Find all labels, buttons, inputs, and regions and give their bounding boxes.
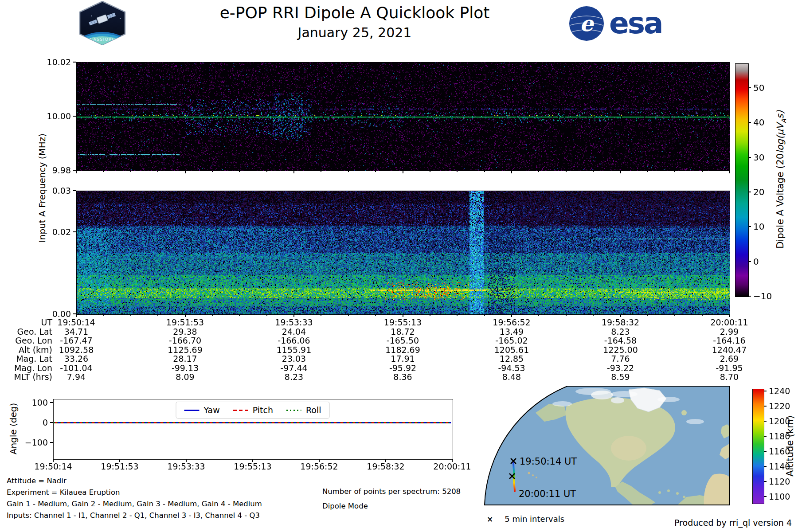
x-tick-mark	[130, 171, 131, 172]
x-tick-mark	[484, 171, 485, 172]
ephemeris-cell: -166.70	[169, 336, 201, 345]
ephemeris-cell: 1125.69	[168, 345, 203, 355]
altitude-tick-mark	[764, 391, 767, 391]
y-tick-mark	[73, 62, 76, 63]
angle-y-tick-mark	[50, 442, 53, 443]
altitude-tick-mark	[764, 496, 767, 497]
ephemeris-cell: 24.04	[282, 327, 306, 336]
x-tick-mark	[185, 171, 186, 173]
ephemeris-cell: -99.13	[172, 363, 199, 373]
x-tick-mark	[538, 314, 539, 316]
legend-label: Roll	[306, 405, 321, 415]
ephemeris-cell: 8.23	[285, 372, 303, 382]
x-tick-mark	[403, 171, 403, 173]
angle-x-tick-label: 19:51:53	[101, 462, 138, 471]
ephemeris-row-label: Alt (km)	[19, 345, 52, 355]
ephemeris-cell: 1225.00	[603, 345, 638, 355]
ephemeris-cell: 2.69	[720, 354, 739, 364]
y-tick-mark	[73, 231, 76, 232]
x-tick-mark	[674, 314, 675, 316]
x-tick-mark	[593, 171, 594, 172]
legend-line-sample	[233, 410, 248, 411]
x-tick-mark	[103, 314, 104, 316]
colorbar-tick-mark	[748, 122, 751, 123]
legend-item-roll: Roll	[286, 405, 321, 415]
altitude-tick-mark	[764, 436, 767, 437]
x-tick-mark	[674, 171, 675, 172]
ephemeris-cell: 8.48	[502, 372, 521, 382]
ephemeris-row-label: Mag. Lat	[16, 354, 52, 364]
ephemeris-cell: 19:56:52	[493, 317, 530, 327]
y-tick-label: 0.02	[52, 227, 71, 237]
colorbar-tick-label: −10	[753, 291, 772, 301]
x-tick-mark	[239, 171, 240, 172]
angle-x-tick-label: 20:00:11	[433, 462, 471, 471]
x-tick-mark	[348, 171, 349, 172]
ephemeris-cell: -94.53	[498, 363, 525, 373]
ephemeris-cell: 8.09	[176, 372, 194, 382]
ephemeris-cell: -167.47	[60, 336, 92, 345]
x-tick-mark	[620, 171, 621, 173]
angle-y-tick-label: −100	[25, 438, 48, 447]
angle-x-tick-label: 19:50:14	[34, 462, 72, 471]
colorbar-tick-mark	[748, 192, 751, 192]
angle-y-tick-label: 100	[32, 398, 48, 407]
ephemeris-cell: -95.92	[389, 363, 416, 373]
colorbar-tick-label: 20	[753, 187, 764, 197]
altitude-tick-label: 1120	[769, 477, 790, 486]
ephemeris-cell: 8.70	[720, 372, 739, 382]
ephemeris-row-label: UT	[41, 317, 52, 327]
altitude-tick-label: 1200	[769, 416, 790, 426]
ephemeris-cell: 7.94	[67, 372, 86, 382]
x-tick-mark	[430, 171, 430, 172]
altitude-tick-label: 1180	[769, 431, 790, 441]
ephemeris-cell: -166.06	[278, 336, 310, 345]
ephemeris-cell: 8.59	[611, 372, 630, 382]
x-tick-mark	[157, 314, 158, 316]
ephemeris-cell: 34.71	[64, 327, 88, 336]
generated-ticks-and-table: 10.0210.009.980.030.020.0050403020100−10…	[0, 0, 798, 532]
altitude-tick-label: 1100	[769, 492, 790, 501]
ephemeris-cell: 12.85	[500, 354, 524, 364]
ephemeris-cell: -91.95	[716, 363, 743, 373]
ephemeris-cell: 19:51:53	[166, 317, 204, 327]
ephemeris-cell: 1205.61	[494, 345, 529, 355]
altitude-tick-label: 1240	[769, 386, 790, 396]
legend-label: Pitch	[253, 405, 273, 415]
x-tick-mark	[185, 314, 186, 317]
angle-x-tick-label: 19:58:32	[367, 462, 404, 471]
x-tick-mark	[566, 171, 567, 172]
colorbar-tick-label: 40	[753, 117, 764, 128]
x-tick-mark	[593, 314, 594, 316]
quicklook-figure: CASSIOPE e-POP RRI Dipole A Quicklook Pl…	[0, 0, 798, 532]
x-tick-mark	[647, 314, 648, 316]
angle-y-tick-mark	[50, 422, 53, 423]
x-tick-mark	[375, 314, 376, 316]
ephemeris-cell: 1092.58	[59, 345, 94, 355]
ephemeris-cell: 29.38	[173, 327, 197, 336]
y-tick-mark	[73, 190, 76, 191]
x-tick-mark	[321, 171, 321, 172]
x-tick-mark	[266, 314, 267, 316]
y-tick-label: 0.03	[52, 186, 71, 196]
colorbar-tick-mark	[748, 226, 751, 227]
x-tick-mark	[76, 171, 77, 173]
angle-y-tick-label: 0	[43, 418, 48, 427]
ephemeris-cell: -101.04	[60, 363, 92, 373]
legend-item-yaw: Yaw	[184, 405, 220, 415]
ephemeris-cell: 28.17	[173, 354, 197, 364]
ephemeris-row-label: Mag. Lon	[14, 363, 52, 373]
legend-line-sample	[184, 410, 200, 411]
x-tick-mark	[103, 171, 104, 172]
ephemeris-cell: 19:55:13	[384, 317, 422, 327]
x-tick-mark	[457, 314, 458, 316]
x-tick-mark	[375, 171, 376, 172]
altitude-tick-label: 1220	[769, 401, 790, 411]
legend-item-pitch: Pitch	[233, 405, 273, 415]
altitude-tick-mark	[764, 421, 767, 422]
ephemeris-row-label: MLT (hrs)	[14, 372, 52, 382]
x-tick-mark	[293, 171, 294, 173]
colorbar-tick-label: 0	[753, 256, 759, 267]
ephemeris-cell: 20:00:11	[710, 317, 748, 327]
altitude-tick-label: 1140	[769, 462, 790, 471]
